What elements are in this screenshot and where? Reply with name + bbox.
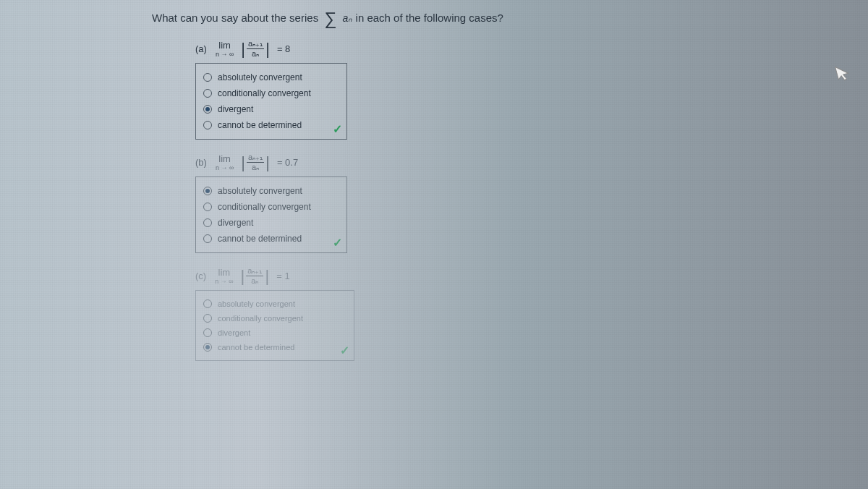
option-absolutely-convergent[interactable]: absolutely convergent bbox=[203, 183, 339, 199]
abs-fraction: | aₙ₊₁ aₙ | bbox=[241, 266, 270, 286]
option-label: divergent bbox=[218, 104, 253, 114]
option-divergent[interactable]: divergent bbox=[203, 101, 339, 117]
radio-icon bbox=[203, 328, 212, 337]
part-c-options: absolutely convergent conditionally conv… bbox=[195, 290, 354, 361]
question-suffix: in each of the following cases? bbox=[356, 12, 503, 24]
radio-icon bbox=[203, 218, 212, 227]
limit-text: lim bbox=[218, 267, 231, 278]
option-cannot-determine[interactable]: cannot be determined bbox=[203, 340, 346, 354]
abs-bar-right: | bbox=[265, 41, 270, 57]
option-label: absolutely convergent bbox=[218, 299, 295, 308]
series-term: aₙ bbox=[343, 12, 353, 24]
part-a-options: absolutely convergent conditionally conv… bbox=[195, 63, 347, 140]
abs-fraction: | aₙ₊₁ aₙ | bbox=[241, 39, 270, 59]
numerator: aₙ₊₁ bbox=[246, 266, 263, 276]
option-label: absolutely convergent bbox=[218, 186, 302, 196]
part-b-options: absolutely convergent conditionally conv… bbox=[195, 177, 347, 253]
numerator: aₙ₊₁ bbox=[247, 39, 264, 49]
abs-bar-right: | bbox=[265, 268, 269, 284]
option-label: cannot be determined bbox=[218, 234, 302, 244]
part-c-header: (c) lim n → ∞ | aₙ₊₁ aₙ | = 1 bbox=[195, 266, 868, 286]
part-b: (b) lim n → ∞ | aₙ₊₁ aₙ | = 0.7 absolute… bbox=[195, 153, 868, 253]
limit-notation: lim n → ∞ bbox=[216, 153, 234, 171]
part-a: (a) lim n → ∞ | aₙ₊₁ aₙ | = 8 absolutely… bbox=[195, 39, 868, 140]
fraction: aₙ₊₁ aₙ bbox=[247, 39, 264, 59]
checkmark-icon: ✓ bbox=[333, 236, 342, 250]
limit-value: = 0.7 bbox=[277, 157, 298, 168]
limit-value: = 1 bbox=[276, 271, 289, 281]
option-absolutely-convergent[interactable]: absolutely convergent bbox=[203, 69, 339, 85]
fraction: aₙ₊₁ aₙ bbox=[247, 153, 264, 172]
limit-approach: n → ∞ bbox=[216, 51, 234, 58]
radio-icon bbox=[203, 89, 212, 98]
fraction: aₙ₊₁ aₙ bbox=[246, 266, 263, 286]
part-a-header: (a) lim n → ∞ | aₙ₊₁ aₙ | = 8 bbox=[195, 39, 868, 59]
radio-icon bbox=[203, 105, 212, 114]
limit-text: lim bbox=[218, 40, 231, 51]
radio-icon bbox=[203, 234, 212, 243]
denominator: aₙ bbox=[250, 163, 260, 172]
option-label: cannot be determined bbox=[218, 343, 294, 352]
denominator: aₙ bbox=[250, 49, 260, 59]
limit-approach: n → ∞ bbox=[215, 278, 233, 285]
option-cannot-determine[interactable]: cannot be determined bbox=[203, 117, 339, 133]
abs-bar-left: | bbox=[241, 268, 245, 284]
limit-approach: n → ∞ bbox=[216, 164, 234, 171]
part-b-label: (b) bbox=[195, 157, 207, 168]
abs-bar-right: | bbox=[265, 155, 270, 171]
option-divergent[interactable]: divergent bbox=[203, 326, 346, 340]
option-conditionally-convergent[interactable]: conditionally convergent bbox=[203, 199, 339, 215]
question-prefix: What can you say about the series bbox=[152, 12, 318, 24]
radio-icon bbox=[203, 343, 212, 352]
denominator: aₙ bbox=[250, 276, 260, 286]
limit-text: lim bbox=[218, 153, 231, 164]
option-label: cannot be determined bbox=[218, 120, 302, 130]
numerator: aₙ₊₁ bbox=[247, 153, 264, 163]
limit-notation: lim n → ∞ bbox=[216, 40, 234, 58]
radio-icon bbox=[203, 73, 212, 82]
option-label: conditionally convergent bbox=[218, 314, 303, 323]
option-conditionally-convergent[interactable]: conditionally convergent bbox=[203, 311, 346, 326]
option-cannot-determine[interactable]: cannot be determined bbox=[203, 231, 339, 247]
part-c: (c) lim n → ∞ | aₙ₊₁ aₙ | = 1 absolutely… bbox=[195, 266, 868, 361]
abs-bar-left: | bbox=[241, 41, 245, 57]
sigma-symbol: ∑ bbox=[324, 9, 336, 29]
limit-notation: lim n → ∞ bbox=[215, 267, 233, 285]
option-divergent[interactable]: divergent bbox=[203, 215, 339, 231]
radio-icon bbox=[203, 314, 212, 323]
option-label: divergent bbox=[218, 218, 253, 228]
option-absolutely-convergent[interactable]: absolutely convergent bbox=[203, 297, 346, 311]
part-b-header: (b) lim n → ∞ | aₙ₊₁ aₙ | = 0.7 bbox=[195, 153, 868, 172]
radio-icon bbox=[203, 121, 212, 129]
part-c-label: (c) bbox=[195, 271, 206, 281]
abs-fraction: | aₙ₊₁ aₙ | bbox=[241, 153, 270, 172]
question-text: What can you say about the series ∑ aₙ i… bbox=[152, 9, 868, 29]
option-label: conditionally convergent bbox=[218, 202, 311, 212]
part-a-label: (a) bbox=[195, 43, 207, 54]
radio-icon bbox=[203, 299, 212, 308]
radio-icon bbox=[203, 203, 212, 211]
option-label: conditionally convergent bbox=[218, 88, 311, 98]
abs-bar-left: | bbox=[241, 155, 245, 171]
limit-value: = 8 bbox=[277, 43, 290, 54]
option-conditionally-convergent[interactable]: conditionally convergent bbox=[203, 85, 339, 101]
checkmark-icon: ✓ bbox=[340, 344, 349, 357]
option-label: absolutely convergent bbox=[218, 72, 302, 82]
radio-icon bbox=[203, 187, 212, 195]
checkmark-icon: ✓ bbox=[333, 122, 342, 136]
option-label: divergent bbox=[218, 328, 250, 337]
